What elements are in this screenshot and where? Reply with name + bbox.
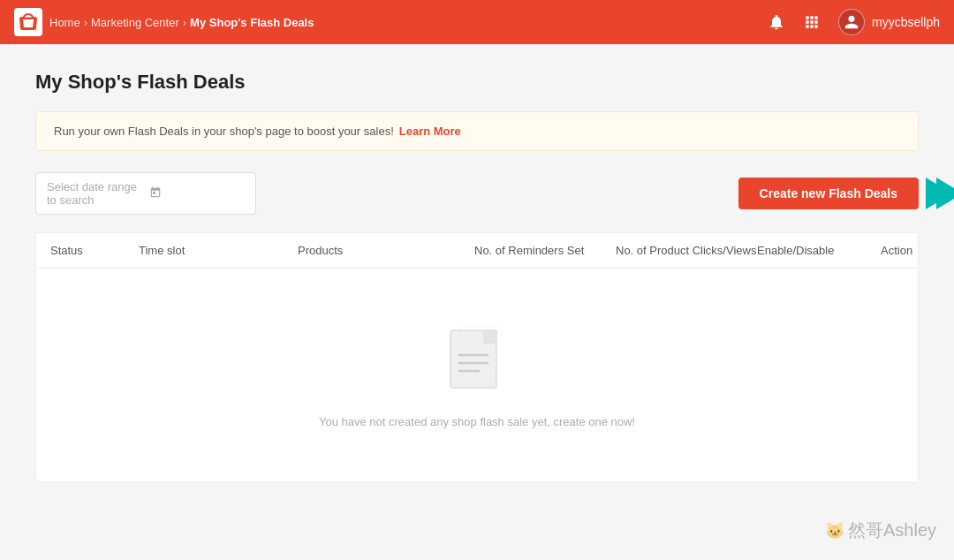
controls-row: Select date range to search Create new F… [35, 172, 919, 215]
grid-icon[interactable] [803, 13, 821, 31]
table-header: Status Time slot Products No. of Reminde… [36, 233, 918, 269]
bell-icon[interactable] [768, 13, 785, 31]
create-flash-deals-button[interactable]: Create new Flash Deals [738, 178, 919, 209]
empty-state: You have not created any shop flash sale… [36, 269, 918, 481]
breadcrumb: Home › Marketing Center › My Shop's Flas… [49, 16, 314, 29]
svg-marker-0 [926, 178, 952, 209]
main-content: My Shop's Flash Deals Run your own Flash… [0, 44, 954, 509]
calendar-icon [149, 186, 245, 201]
breadcrumb-home[interactable]: Home [49, 16, 80, 29]
empty-message: You have not created any shop flash sale… [319, 415, 635, 428]
flash-deals-table: Status Time slot Products No. of Reminde… [35, 232, 919, 482]
header-left: Home › Marketing Center › My Shop's Flas… [14, 8, 314, 36]
banner-text: Run your own Flash Deals in your shop's … [54, 125, 394, 138]
col-enable-disable: Enable/Disable [757, 244, 881, 257]
breadcrumb-current: My Shop's Flash Deals [190, 16, 314, 29]
col-action: Action [881, 244, 919, 257]
col-products: Products [298, 244, 474, 257]
info-banner: Run your own Flash Deals in your shop's … [35, 111, 919, 151]
shopee-logo[interactable] [14, 8, 42, 36]
date-range-input[interactable]: Select date range to search [35, 172, 256, 215]
username: myycbsellph [872, 15, 940, 29]
header: Home › Marketing Center › My Shop's Flas… [0, 0, 954, 44]
learn-more-link[interactable]: Learn More [399, 125, 461, 138]
breadcrumb-marketing[interactable]: Marketing Center [91, 16, 179, 29]
create-button-wrapper: Create new Flash Deals [738, 178, 919, 209]
col-status: Status [50, 244, 139, 257]
col-reminders: No. of Reminders Set [474, 244, 616, 257]
header-right: myycbsellph [768, 9, 940, 35]
date-placeholder: Select date range to search [47, 180, 142, 207]
avatar [838, 9, 865, 35]
col-clicks-views: No. of Product Clicks/Views [616, 244, 757, 257]
col-time-slot: Time slot [139, 244, 298, 257]
page-title: My Shop's Flash Deals [35, 71, 919, 94]
arrow-indicator [926, 178, 954, 209]
empty-icon [442, 322, 512, 401]
user-info[interactable]: myycbsellph [838, 9, 940, 35]
